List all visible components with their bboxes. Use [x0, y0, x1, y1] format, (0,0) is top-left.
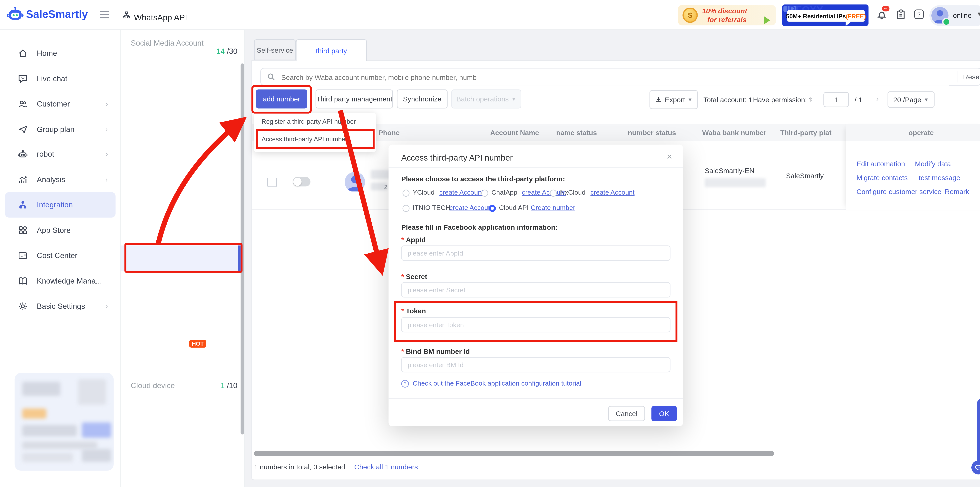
column-header-third-party-platform: Third-party plat	[780, 124, 831, 141]
row-waba-id-blurred	[705, 178, 766, 187]
sidebar-item-basic-settings[interactable]: Basic Settings›	[0, 294, 121, 319]
coin-icon: $	[682, 8, 698, 23]
secret-label: *Secret	[401, 273, 427, 281]
horizontal-scrollbar[interactable]	[254, 451, 774, 456]
sidebar-item-label: Analysis	[37, 175, 65, 184]
radio-nxcloud-label[interactable]: NxCloud	[560, 189, 585, 196]
next-page-button[interactable]: ›	[876, 95, 879, 103]
itnio-create-account-link[interactable]: create Account	[449, 204, 493, 211]
nxcloud-create-account-link[interactable]: create Account	[590, 189, 635, 196]
help-icon[interactable]: ?	[914, 10, 924, 19]
secret-input[interactable]	[401, 282, 670, 297]
tab-third-party[interactable]: third party	[296, 40, 367, 61]
sidebar-item-live-chat[interactable]: Live chat	[0, 66, 121, 92]
radio-chatapp[interactable]	[481, 190, 488, 197]
page-title-icon	[122, 11, 131, 20]
radio-itnio-label[interactable]: ITNIO TECH	[412, 204, 450, 211]
tab-self-service[interactable]: Self-service	[254, 40, 296, 60]
button-label: Cancel	[616, 410, 638, 417]
toggle-knob	[293, 178, 302, 186]
residential-ips-banner[interactable]: IPFOXY 50M+ Residential IPs(FREE)	[782, 5, 869, 26]
sidebar-item-customer[interactable]: Customer›	[0, 91, 121, 117]
notification-badge: ...	[882, 6, 889, 11]
radio-itnio-tech[interactable]	[402, 205, 410, 212]
column-header-number-status: number status	[628, 124, 676, 141]
radio-ycloud[interactable]	[402, 190, 410, 197]
tutorial-link[interactable]: Check out the FaceBook application confi…	[412, 379, 581, 387]
export-button[interactable]: Export▼	[649, 90, 698, 109]
op-test-message[interactable]: test message	[919, 174, 960, 181]
modal-cancel-button[interactable]: Cancel	[608, 406, 645, 421]
referral-banner[interactable]: $ 10% discount for referrals	[678, 5, 776, 25]
op-migrate-contacts[interactable]: Migrate contacts	[856, 174, 908, 181]
bind-bm-label: *Bind BM number Id	[401, 347, 470, 355]
customer-icon	[18, 99, 28, 109]
appid-input[interactable]	[401, 246, 670, 261]
chatapp-create-account-link[interactable]: create Account	[522, 189, 566, 196]
group-plan-icon	[18, 124, 28, 135]
required-asterisk: *	[401, 347, 404, 355]
cloud-api-create-number-link[interactable]: Create number	[531, 204, 575, 211]
sidebar-item-analysis[interactable]: Analysis›	[0, 167, 121, 192]
sidebar-item-cost-center[interactable]: Cost Center	[0, 243, 121, 268]
chevron-down-icon: ▼	[511, 96, 517, 102]
prev-page-button[interactable]: ‹	[810, 95, 813, 103]
modal-choose-label: Please choose to access the third-party …	[401, 175, 565, 183]
op-edit-automation[interactable]: Edit automation	[856, 160, 905, 167]
live-chat-icon	[18, 74, 28, 84]
check-all-link[interactable]: Check all 1 numbers	[354, 463, 418, 471]
radio-cloud-api[interactable]	[489, 205, 496, 212]
radio-cloud-api-label[interactable]: Cloud API	[499, 204, 528, 211]
sidebar-item-label: Knowledge Mana...	[37, 276, 102, 285]
ycloud-create-account-link[interactable]: create Account	[439, 189, 484, 196]
op-modify-data[interactable]: Modify data	[915, 160, 951, 167]
radio-nxcloud[interactable]	[550, 190, 557, 197]
user-status-pill[interactable]: online ▼	[929, 5, 980, 26]
annotation-box-whatsapp-api	[124, 243, 242, 273]
row-checkbox[interactable]	[267, 178, 277, 187]
contact-us-tab[interactable]: Contact us	[977, 398, 980, 470]
sidebar-item-group-plan[interactable]: Group plan›	[0, 117, 121, 142]
sidebar-item-label: Home	[37, 49, 57, 57]
sidebar-item-knowledge[interactable]: Knowledge Mana...	[0, 268, 121, 294]
referral-banner-line2: for referrals	[707, 16, 746, 24]
analysis-icon	[18, 174, 28, 185]
menu-item-register[interactable]: Register a third-party API number	[262, 118, 356, 125]
page-total-label: / 1	[854, 96, 862, 103]
modal-close-icon[interactable]: ×	[667, 151, 672, 162]
search-input[interactable]	[280, 69, 949, 86]
page-number-input-box[interactable]	[823, 92, 849, 107]
radio-chatapp-label[interactable]: ChatApp	[492, 189, 517, 196]
logo-text[interactable]: SaleSmartly	[26, 8, 88, 21]
channels-section-count: 14 /30	[207, 47, 237, 56]
sidebar-item-app-store[interactable]: App Store	[0, 217, 121, 243]
op-remark[interactable]: Remark	[945, 188, 969, 195]
sidebar-item-label: Group plan	[37, 125, 75, 134]
download-icon	[655, 96, 662, 103]
sidebar-item-home[interactable]: Home	[0, 41, 121, 66]
clipboard-icon[interactable]	[895, 9, 907, 23]
third-party-management-button[interactable]: Third party management	[315, 89, 393, 108]
button-label: Synchronize	[403, 95, 441, 103]
usage-summary-card	[15, 373, 114, 471]
synchronize-button[interactable]: Synchronize	[397, 89, 448, 108]
app-root: SaleSmartly WhatsApp API $ 10% discount …	[0, 0, 980, 487]
ip-banner-free: (FREE)	[846, 12, 866, 19]
sidebar-item-integration[interactable]: Integration	[5, 192, 116, 217]
reset-button[interactable]: Reset	[963, 73, 980, 81]
row-toggle[interactable]	[293, 177, 310, 187]
hamburger-menu-icon[interactable]	[100, 11, 109, 18]
modal-ok-button[interactable]: OK	[651, 406, 677, 421]
batch-operations-button: Batch operations▼	[452, 89, 521, 108]
have-permission-label: Have permission: 1	[753, 96, 813, 103]
bind-bm-input[interactable]	[401, 357, 670, 373]
logo-robot-icon	[6, 6, 24, 24]
per-page-select[interactable]: 20 /Page▼	[888, 91, 934, 108]
op-configure-customer-service[interactable]: Configure customer service	[856, 188, 942, 195]
sidebar-item-robot[interactable]: robot›	[0, 141, 121, 167]
chevron-right-icon: ›	[105, 175, 108, 184]
chevron-right-icon: ›	[105, 150, 108, 159]
page-number-input[interactable]	[826, 95, 847, 104]
radio-ycloud-label[interactable]: YCloud	[412, 189, 434, 196]
notifications-bell-icon[interactable]: ...	[876, 9, 888, 23]
